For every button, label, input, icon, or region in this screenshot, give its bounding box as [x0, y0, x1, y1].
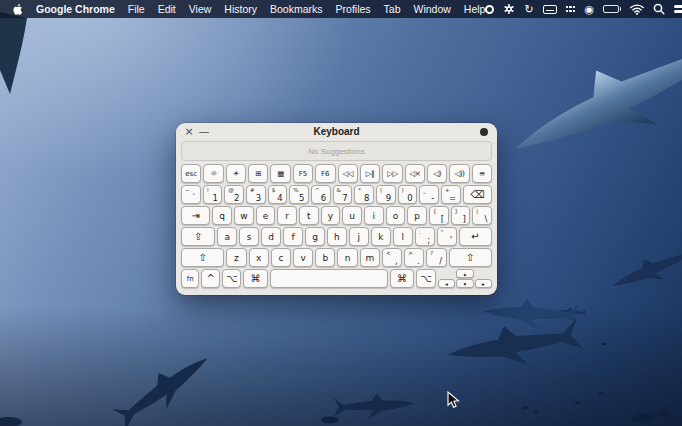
- key-u[interactable]: u: [342, 206, 362, 225]
- key-6[interactable]: ^6: [311, 185, 331, 204]
- key-brightness-down[interactable]: ☼: [203, 164, 223, 183]
- menu-bookmarks[interactable]: Bookmarks: [270, 3, 323, 15]
- key-command-right[interactable]: ⌘: [390, 269, 414, 288]
- menu-view[interactable]: View: [189, 3, 212, 15]
- menu-window[interactable]: Window: [414, 3, 451, 15]
- key-slash[interactable]: ?/: [426, 248, 446, 267]
- key-fast-forward[interactable]: ▷▷: [382, 164, 402, 183]
- key-4[interactable]: $4: [268, 185, 288, 204]
- key-option-right[interactable]: ⌥: [416, 269, 435, 288]
- key-d[interactable]: d: [261, 227, 281, 246]
- key-quote[interactable]: "': [437, 227, 457, 246]
- menu-tab[interactable]: Tab: [384, 3, 401, 15]
- key-m[interactable]: m: [360, 248, 380, 267]
- key-f5[interactable]: F5: [293, 164, 313, 183]
- key-caps-lock[interactable]: ⇪: [181, 227, 215, 246]
- key-volume-up[interactable]: ◁)): [449, 164, 469, 183]
- key-fn[interactable]: fn: [181, 269, 199, 288]
- key-9[interactable]: (9: [376, 185, 396, 204]
- apple-menu[interactable]: [12, 2, 23, 16]
- key-backtick[interactable]: ~`: [181, 185, 201, 204]
- key-z[interactable]: z: [226, 248, 246, 267]
- key-8[interactable]: *8: [354, 185, 374, 204]
- key-bracket-left[interactable]: {[: [429, 206, 449, 225]
- minimize-button[interactable]: —: [197, 123, 211, 140]
- key-shift-right[interactable]: ⇧: [449, 248, 492, 267]
- key-e[interactable]: e: [256, 206, 276, 225]
- key-minus[interactable]: _-: [419, 185, 439, 204]
- key-h[interactable]: h: [327, 227, 347, 246]
- key-rewind[interactable]: ◁◁: [338, 164, 358, 183]
- key-2[interactable]: @2: [224, 185, 244, 204]
- key-delete[interactable]: ⌫: [463, 185, 492, 204]
- key-mission-control[interactable]: ⊞: [248, 164, 268, 183]
- key-q[interactable]: q: [212, 206, 232, 225]
- spotlight-icon[interactable]: [653, 2, 665, 16]
- key-b[interactable]: b: [315, 248, 335, 267]
- key-i[interactable]: i: [364, 206, 384, 225]
- key-3[interactable]: #3: [246, 185, 266, 204]
- key-bracket-right[interactable]: }]: [451, 206, 471, 225]
- screen-record-icon[interactable]: ◉: [584, 2, 594, 16]
- key-c[interactable]: c: [271, 248, 291, 267]
- key-a[interactable]: a: [217, 227, 237, 246]
- key-brightness-up[interactable]: ☀: [226, 164, 246, 183]
- key-f[interactable]: f: [283, 227, 303, 246]
- key-arrow-left[interactable]: ◂: [438, 279, 455, 288]
- key-mute[interactable]: ◁×: [405, 164, 425, 183]
- key-arrow-right[interactable]: ▸: [475, 279, 492, 288]
- key-t[interactable]: t: [299, 206, 319, 225]
- key-n[interactable]: n: [337, 248, 357, 267]
- key-5[interactable]: %5: [289, 185, 309, 204]
- keyboard-layout-icon[interactable]: [566, 2, 576, 16]
- key-play-pause[interactable]: ▷‖: [360, 164, 380, 183]
- key-f6[interactable]: F6: [315, 164, 335, 183]
- key-s[interactable]: s: [239, 227, 259, 246]
- control-center-icon[interactable]: [674, 2, 682, 16]
- key-period[interactable]: >.: [404, 248, 424, 267]
- key-comma[interactable]: <,: [382, 248, 402, 267]
- key-k[interactable]: k: [371, 227, 391, 246]
- key-control[interactable]: ^: [201, 269, 219, 288]
- battery-icon[interactable]: [603, 2, 621, 16]
- key-tab[interactable]: ⇥: [181, 206, 210, 225]
- sync-icon[interactable]: ↻: [524, 2, 533, 16]
- key-arrow-down[interactable]: ▾: [456, 279, 473, 288]
- key-p[interactable]: p: [407, 206, 427, 225]
- key-shift-left[interactable]: ⇧: [181, 248, 224, 267]
- key-backslash[interactable]: |\: [472, 206, 492, 225]
- key-volume-down[interactable]: ◁): [427, 164, 447, 183]
- display-card-icon[interactable]: [543, 2, 557, 16]
- key-option-left[interactable]: ⌥: [222, 269, 241, 288]
- status-circle-icon[interactable]: [485, 2, 494, 16]
- menu-history[interactable]: History: [224, 3, 257, 15]
- active-app-name[interactable]: Google Chrome: [36, 3, 115, 15]
- key-w[interactable]: w: [234, 206, 254, 225]
- key-g[interactable]: g: [305, 227, 325, 246]
- key-y[interactable]: y: [321, 206, 341, 225]
- key-l[interactable]: l: [393, 227, 413, 246]
- key-r[interactable]: r: [277, 206, 297, 225]
- menu-file[interactable]: File: [128, 3, 145, 15]
- menu-profiles[interactable]: Profiles: [336, 3, 371, 15]
- wifi-icon[interactable]: [630, 2, 644, 16]
- settings-gear-icon[interactable]: [503, 2, 515, 16]
- key-menu-list[interactable]: ≡: [472, 164, 492, 183]
- key-1[interactable]: !1: [203, 185, 223, 204]
- key-esc[interactable]: esc: [181, 164, 201, 183]
- window-titlebar[interactable]: × — Keyboard: [176, 123, 497, 140]
- key-launchpad[interactable]: ▦: [270, 164, 290, 183]
- close-button[interactable]: ×: [182, 123, 196, 140]
- key-return[interactable]: ↵: [459, 227, 492, 246]
- panel-options-button[interactable]: [480, 128, 488, 136]
- key-equals[interactable]: +=: [441, 185, 461, 204]
- menu-edit[interactable]: Edit: [158, 3, 176, 15]
- key-o[interactable]: o: [386, 206, 406, 225]
- key-x[interactable]: x: [249, 248, 269, 267]
- key-0[interactable]: )0: [398, 185, 418, 204]
- key-v[interactable]: v: [293, 248, 313, 267]
- key-space[interactable]: [270, 269, 388, 288]
- key-arrow-up[interactable]: ▴: [456, 269, 473, 278]
- key-semicolon[interactable]: :;: [415, 227, 435, 246]
- key-7[interactable]: &7: [333, 185, 353, 204]
